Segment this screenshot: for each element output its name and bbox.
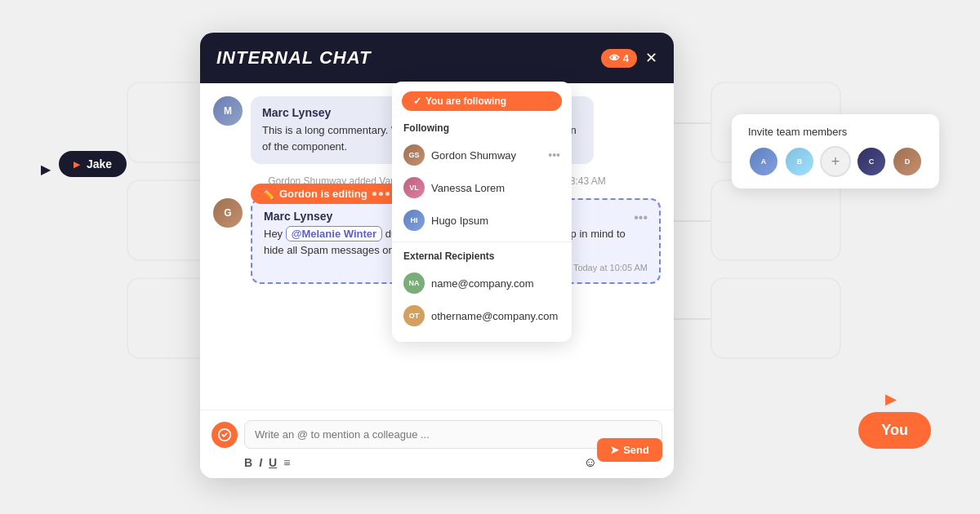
follower-avatar-0: GS xyxy=(403,144,425,166)
play-icon: ▶ xyxy=(74,160,80,169)
chat-header-right: 👁 4 ✕ xyxy=(601,49,657,68)
follower-options-0[interactable]: ••• xyxy=(548,148,560,162)
follower-item-0[interactable]: GS Gordon Shumway ••• xyxy=(392,139,572,171)
dropdown-divider xyxy=(392,241,572,242)
message-options-button[interactable]: ••• xyxy=(634,210,648,225)
italic-button[interactable]: I xyxy=(259,456,262,469)
mention-tag: @Melanie Winter xyxy=(286,226,382,241)
you-label: You xyxy=(858,412,931,449)
external-avatar-0: NA xyxy=(403,273,425,294)
follower-name-0: Gordon Shumway xyxy=(431,149,516,162)
list-button[interactable]: ≡ xyxy=(283,456,290,469)
following-section-label: Following xyxy=(392,119,572,139)
follower-item-2[interactable]: HI Hugo Ipsum xyxy=(392,204,572,237)
team-avatars: A B + C D xyxy=(748,146,923,177)
follower-name-2: Hugo Ipsum xyxy=(431,215,488,227)
dot-3 xyxy=(385,192,390,196)
right-arrow-icon: ▶ xyxy=(885,390,897,408)
dot-1 xyxy=(372,192,376,196)
jake-label: ▶ Jake xyxy=(59,151,127,177)
invite-title: Invite team members xyxy=(748,126,923,138)
input-row xyxy=(212,420,662,449)
checkmark-icon: ✓ xyxy=(413,95,421,107)
following-badge[interactable]: ✓ You are following xyxy=(402,91,562,111)
logo-icon xyxy=(217,428,232,442)
invite-panel: Invite team members A B + C D xyxy=(732,114,939,188)
pencil-icon: ✏️ xyxy=(262,188,274,200)
bold-button[interactable]: B xyxy=(244,456,252,469)
external-email-1: othername@company.com xyxy=(431,310,558,322)
bg-box-5 xyxy=(710,179,841,261)
follower-avatar-2: HI xyxy=(403,210,425,231)
send-button[interactable]: ➤ Send xyxy=(597,438,662,462)
avatar-marc: M xyxy=(213,96,243,126)
external-avatar-1: OT xyxy=(403,305,425,326)
bg-box-6 xyxy=(710,277,841,359)
send-icon: ➤ xyxy=(610,444,619,456)
chat-title: INTERNAL CHAT xyxy=(216,47,371,69)
editing-badge: ✏️ Gordon is editing xyxy=(251,184,401,204)
formatting-toolbar: B I U ≡ xyxy=(244,456,290,469)
avatar-gordon: G xyxy=(213,198,243,228)
dot-2 xyxy=(379,192,383,196)
follower-item-1[interactable]: VL Vanessa Lorem xyxy=(392,171,572,204)
underline-button[interactable]: U xyxy=(269,456,277,469)
viewers-count: 4 xyxy=(623,52,629,64)
chat-logo xyxy=(212,422,238,448)
external-email-0: name@company.com xyxy=(431,277,534,290)
external-section-label: External Recipients xyxy=(392,247,572,267)
follower-avatar-1: VL xyxy=(403,177,425,198)
close-button[interactable]: ✕ xyxy=(645,49,657,67)
team-avatar-3: C xyxy=(856,146,887,177)
editing-label: Gordon is editing xyxy=(279,188,368,200)
team-avatar-2: B xyxy=(784,146,815,177)
sender-name-2: Marc Lynsey xyxy=(264,210,332,223)
external-item-1[interactable]: OT othername@company.com xyxy=(392,299,572,332)
followers-dropdown: ✓ You are following Following GS Gordon … xyxy=(392,82,572,342)
viewers-badge[interactable]: 👁 4 xyxy=(601,49,637,68)
follower-name-1: Vanessa Lorem xyxy=(431,182,505,194)
chat-input-area: B I U ≡ ☺ ➤ Send xyxy=(200,410,674,478)
following-badge-text: You are following xyxy=(425,95,506,107)
left-arrow-icon: ▶ xyxy=(41,162,51,177)
team-avatar-4: D xyxy=(892,146,923,177)
jake-label-text: Jake xyxy=(87,157,112,171)
chat-header: INTERNAL CHAT 👁 4 ✕ xyxy=(200,33,674,83)
editing-dots xyxy=(372,192,390,196)
team-avatar-1: A xyxy=(748,146,779,177)
eye-icon: 👁 xyxy=(609,52,620,64)
add-member-button[interactable]: + xyxy=(820,146,851,177)
external-item-0[interactable]: NA name@company.com xyxy=(392,267,572,299)
emoji-button[interactable]: ☺ xyxy=(584,455,597,470)
